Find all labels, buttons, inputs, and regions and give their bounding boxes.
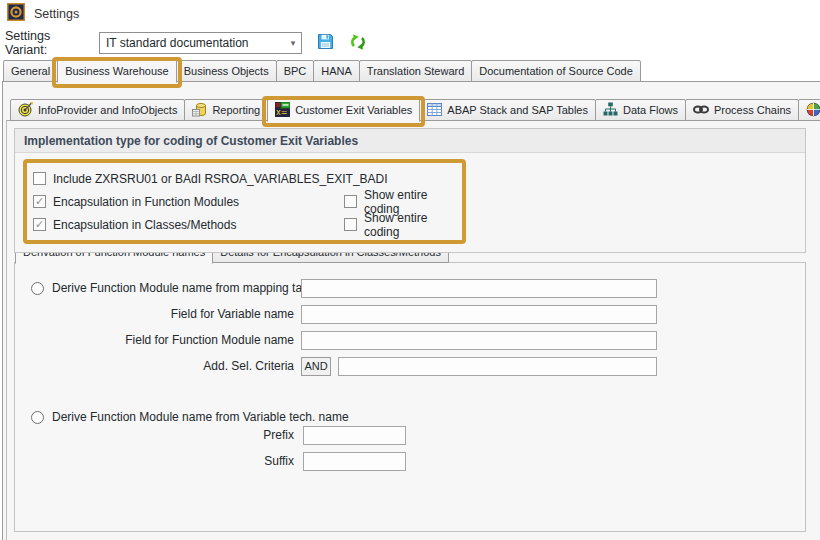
tab-label: InfoProvider and InfoObjects [38, 104, 177, 116]
form-row-field-variable: Field for Variable name [15, 304, 805, 324]
tab-label: Documentation of Source Code [479, 65, 632, 77]
field-for-function-module-name-input[interactable] [301, 331, 657, 350]
form-row-tech-name: Derive Function Module name from Variabl… [15, 407, 805, 427]
tab-label: ABAP Stack and SAP Tables [447, 104, 588, 116]
mapping-table-input[interactable] [301, 279, 657, 298]
encapsulation-function-modules-checkbox[interactable] [33, 195, 46, 208]
include-zxrsru01-checkbox[interactable] [33, 172, 46, 185]
primary-tabbar: General Business Warehouse Business Obje… [3, 59, 640, 82]
form-row-prefix: Prefix [15, 425, 805, 445]
chain-links-icon [693, 102, 709, 119]
tab-infoprovider-and-infoobjects[interactable]: InfoProvider and InfoObjects [10, 99, 185, 121]
radio-label: Derive Function Module name from mapping… [52, 281, 318, 295]
checkbox-row-classes-methods: Encapsulation in Classes/Methods Show en… [33, 213, 456, 236]
add-sel-criteria-input[interactable] [338, 357, 657, 376]
tab-bpc[interactable]: BPC [276, 60, 315, 82]
form-row-criteria: Add. Sel. Criteria AND [15, 356, 805, 376]
and-operator-box[interactable]: AND [301, 357, 331, 376]
field-label: Add. Sel. Criteria [15, 359, 294, 373]
tab-label: Process Chains [714, 104, 791, 116]
derive-from-variable-tech-name-radio[interactable] [31, 411, 44, 424]
refresh-arrows-icon [349, 33, 367, 54]
tab-label: General [11, 65, 50, 77]
tab-label: HANA [321, 65, 352, 77]
implementation-type-groupbox: Implementation type for coding of Custom… [14, 128, 806, 253]
field-label: Field for Variable name [15, 307, 294, 321]
checkbox-label: Show entire coding [364, 211, 456, 239]
save-button[interactable] [314, 32, 336, 54]
show-entire-coding-fm-checkbox[interactable] [344, 195, 357, 208]
reporting-database-icon [192, 102, 207, 119]
tab-label: Business Objects [184, 65, 269, 77]
sap-table-icon [427, 102, 442, 119]
settings-variant-toolbar: Settings Variant: IT standard documentat… [5, 31, 369, 55]
prefix-input[interactable] [303, 426, 406, 445]
field-for-variable-name-input[interactable] [301, 305, 657, 324]
tab-customer-exit-variables[interactable]: x= Customer Exit Variables [267, 98, 420, 122]
checkbox-label: Include ZXRSRU01 or BAdI RSROA_VARIABLES… [53, 172, 388, 186]
show-entire-coding-cm-checkbox[interactable] [344, 218, 357, 231]
radio-label: Derive Function Module name from Variabl… [52, 410, 349, 424]
tab-label: BPC [284, 65, 307, 77]
derive-from-mapping-table-radio[interactable] [31, 282, 44, 295]
tab-label: Data Flows [623, 104, 678, 116]
form-row-mapping-table: Derive Function Module name from mapping… [15, 278, 805, 298]
window-title: Settings [34, 7, 79, 21]
suffix-input[interactable] [303, 452, 406, 471]
chevron-down-icon[interactable] [285, 38, 301, 48]
settings-variant-label: Settings Variant: [5, 29, 93, 57]
window-titlebar: Settings [7, 4, 79, 24]
refresh-button[interactable] [347, 32, 369, 54]
field-label: Suffix [15, 454, 294, 468]
roles-pie-icon [806, 102, 820, 119]
tab-data-flows[interactable]: Data Flows [595, 99, 686, 121]
svg-text:x=: x= [276, 108, 287, 117]
tab-hana[interactable]: HANA [313, 60, 360, 82]
secondary-tabbar: InfoProvider and InfoObjects Reporting x… [10, 98, 820, 121]
infoprovider-target-icon [18, 102, 33, 119]
groupbox-title: Implementation type for coding of Custom… [15, 129, 805, 153]
detail-panel: Derive Function Module name from mapping… [14, 262, 806, 532]
tab-translation-steward[interactable]: Translation Steward [359, 60, 472, 82]
annotation-highlight-box: Include ZXRSRU01 or BAdI RSROA_VARIABLES… [23, 159, 466, 244]
form-row-suffix: Suffix [15, 451, 805, 471]
settings-variant-value: IT standard documentation [100, 36, 285, 50]
tab-label: Reporting [212, 104, 260, 116]
dataflow-hierarchy-icon [603, 102, 618, 119]
show-entire-coding-group: Show entire coding [344, 211, 456, 239]
tab-abap-stack-and-sap-tables[interactable]: ABAP Stack and SAP Tables [419, 99, 596, 121]
tab-process-chains[interactable]: Process Chains [685, 99, 799, 121]
settings-app-icon [7, 3, 25, 25]
tab-label: Translation Steward [367, 65, 464, 77]
settings-variant-select[interactable]: IT standard documentation [99, 32, 302, 54]
checkbox-label: Encapsulation in Classes/Methods [53, 218, 236, 232]
groupbox-content: Include ZXRSRU01 or BAdI RSROA_VARIABLES… [15, 153, 805, 252]
field-label: Field for Function Module name [15, 333, 294, 347]
tab-business-warehouse[interactable]: Business Warehouse [57, 59, 177, 83]
field-label: Prefix [15, 428, 294, 442]
tab-label: Customer Exit Variables [295, 104, 412, 116]
tab-business-objects[interactable]: Business Objects [176, 60, 277, 82]
save-floppy-icon [316, 32, 335, 54]
tab-documentation-of-source-code[interactable]: Documentation of Source Code [471, 60, 640, 82]
encapsulation-classes-methods-checkbox[interactable] [33, 218, 46, 231]
tab-label: Business Warehouse [65, 65, 169, 77]
tab-reporting[interactable]: Reporting [184, 99, 268, 121]
variables-grid-icon: x= [275, 102, 290, 119]
tab-general[interactable]: General [3, 60, 58, 82]
checkbox-label: Encapsulation in Function Modules [53, 195, 239, 209]
form-row-field-function-module: Field for Function Module name [15, 330, 805, 350]
tab-roles[interactable]: Roles an [798, 99, 820, 121]
